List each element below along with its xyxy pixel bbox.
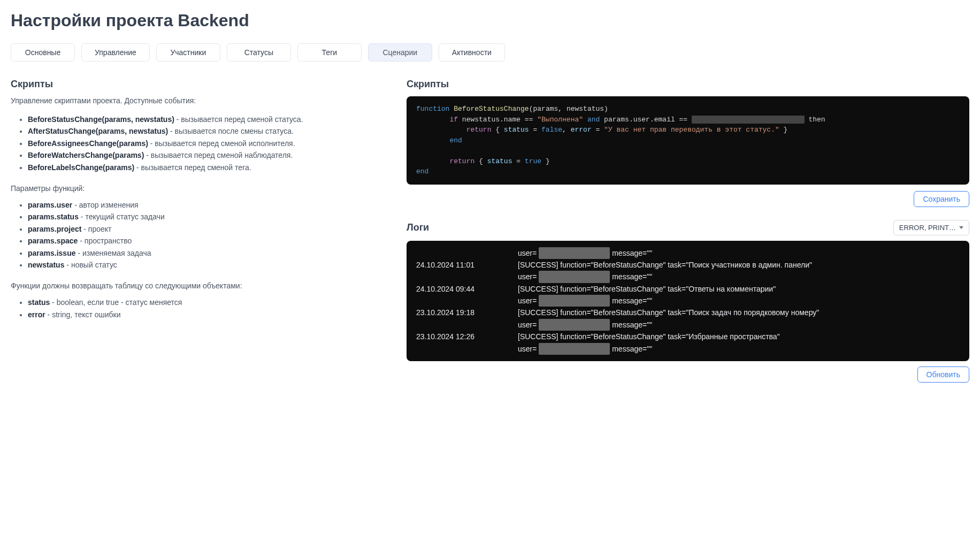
refresh-button[interactable]: Обновить bbox=[917, 367, 969, 383]
page-title: Настройки проекта Backend bbox=[11, 11, 969, 30]
code-editor[interactable]: function BeforeStatusChange(params, news… bbox=[407, 96, 969, 185]
logs-filter-dropdown[interactable]: ERROR, PRINT… bbox=[893, 220, 969, 235]
logs-output: user= xxxxxxxxxxxxxxxxxxx message=""24.1… bbox=[407, 241, 969, 362]
param-item: params.status - текущий статус задачи bbox=[28, 211, 385, 223]
param-list: params.user - автор измененияparams.stat… bbox=[11, 199, 385, 271]
tab-5[interactable]: Сценарии bbox=[368, 43, 432, 62]
param-item: params.user - автор изменения bbox=[28, 199, 385, 211]
tab-1[interactable]: Управление bbox=[81, 43, 150, 62]
return-item: status - boolean, если true - статус мен… bbox=[28, 296, 385, 308]
param-item: params.issue - изменяемая задача bbox=[28, 247, 385, 259]
return-list: status - boolean, если true - статус мен… bbox=[11, 296, 385, 320]
event-item: BeforeWatchersChange(params) - вызываетс… bbox=[28, 149, 385, 161]
log-row: user= xxxxxxxxxxxxxxxxxxx message="" bbox=[416, 271, 960, 283]
log-row: user= xxxxxxxxxxxxxxxxxxx message="" bbox=[416, 319, 960, 331]
log-row: 23.10.2024 19:18[SUCCESS] function="Befo… bbox=[416, 307, 960, 318]
tabs-container: ОсновныеУправлениеУчастникиСтатусыТегиСц… bbox=[11, 43, 969, 62]
tab-6[interactable]: Активности bbox=[439, 43, 505, 62]
params-heading: Параметры функций: bbox=[11, 184, 385, 193]
tab-3[interactable]: Статусы bbox=[227, 43, 291, 62]
event-item: BeforeLabelsChange(params) - вызывается … bbox=[28, 162, 385, 173]
save-button[interactable]: Сохранить bbox=[914, 191, 969, 207]
scripts-desc: Управление скриптами проекта. Доступные … bbox=[11, 96, 385, 105]
event-item: AfterStatusChange(params, newstatus) - в… bbox=[28, 125, 385, 137]
logs-filter-label: ERROR, PRINT… bbox=[899, 224, 956, 232]
param-item: newstatus - новый статус bbox=[28, 259, 385, 271]
tab-2[interactable]: Участники bbox=[156, 43, 220, 62]
tab-4[interactable]: Теги bbox=[297, 43, 362, 62]
param-item: params.space - пространство bbox=[28, 235, 385, 247]
right-column: Скрипты function BeforeStatusChange(para… bbox=[407, 79, 969, 395]
log-row: user= xxxxxxxxxxxxxxxxxxx message="" bbox=[416, 295, 960, 307]
log-row: user= xxxxxxxxxxxxxxxxxxx message="" bbox=[416, 247, 960, 259]
logs-heading: Логи bbox=[407, 222, 429, 233]
return-heading: Функции должны возвращать таблицу со сле… bbox=[11, 281, 385, 290]
log-row: 24.10.2024 11:01[SUCCESS] function="Befo… bbox=[416, 259, 960, 271]
chevron-down-icon bbox=[959, 226, 963, 229]
log-row: 24.10.2024 09:44[SUCCESS] function="Befo… bbox=[416, 283, 960, 295]
scripts-heading-left: Скрипты bbox=[11, 79, 385, 90]
left-column: Скрипты Управление скриптами проекта. До… bbox=[11, 79, 385, 395]
scripts-heading-right: Скрипты bbox=[407, 79, 969, 90]
param-item: params.project - проект bbox=[28, 223, 385, 235]
event-list: BeforeStatusChange(params, newstatus) - … bbox=[11, 113, 385, 173]
log-row: 23.10.2024 12:26[SUCCESS] function="Befo… bbox=[416, 331, 960, 342]
tab-0[interactable]: Основные bbox=[11, 43, 75, 62]
event-item: BeforeAssigneesChange(params) - вызывает… bbox=[28, 138, 385, 149]
return-item: error - string, текст ошибки bbox=[28, 309, 385, 320]
log-row: user= xxxxxxxxxxxxxxxxxxx message="" bbox=[416, 343, 960, 355]
event-item: BeforeStatusChange(params, newstatus) - … bbox=[28, 113, 385, 125]
